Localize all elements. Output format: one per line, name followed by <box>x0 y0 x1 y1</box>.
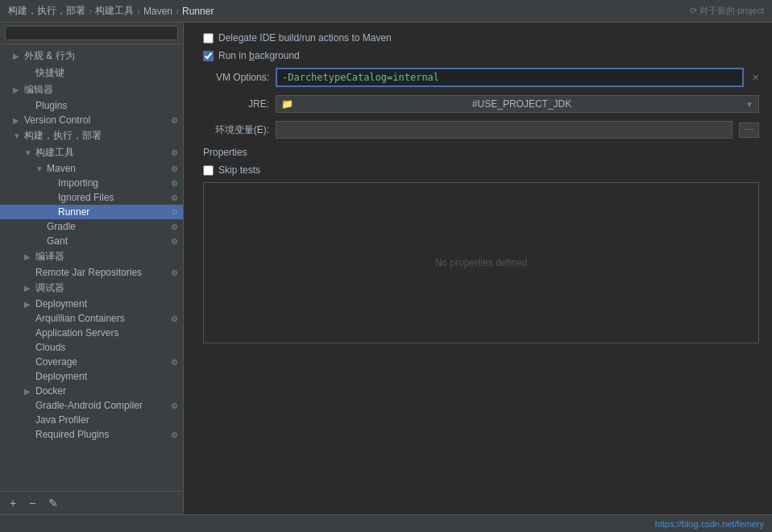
sidebar-item-label: Docker <box>35 385 178 397</box>
sidebar-item-docker[interactable]: ▶ Docker <box>0 384 183 398</box>
settings-icon: ⚙ <box>171 208 178 217</box>
delegate-label: Delegate IDE build/run actions to Maven <box>218 32 392 44</box>
sidebar-item-label: 构建，执行，部署 <box>24 129 178 143</box>
breadcrumb-item-3: Maven <box>143 6 172 17</box>
sidebar-item-plugins[interactable]: Plugins <box>0 98 183 113</box>
jre-label: JRE: <box>197 98 269 110</box>
search-box[interactable] <box>0 23 183 44</box>
sidebar-item-label: Remote Jar Repositories <box>35 267 168 278</box>
breadcrumb-item-4: Runner <box>182 6 214 17</box>
arrow-icon: ▼ <box>13 131 24 140</box>
sidebar-item-label: Required Plugins <box>35 429 168 440</box>
search-input[interactable] <box>5 26 178 40</box>
arrow-icon: ▶ <box>24 387 35 396</box>
arrow-icon: ▶ <box>13 52 24 60</box>
run-bg-checkbox-row: Run in background <box>197 50 759 61</box>
arrow-icon: ▶ <box>13 116 24 125</box>
sidebar-item-label: Ignored Files <box>58 192 168 203</box>
settings-icon: ⚙ <box>171 314 178 323</box>
breadcrumb-item-2: 构建工具 <box>95 4 134 18</box>
vm-options-input[interactable] <box>276 68 744 87</box>
sidebar-item-label: Coverage <box>35 356 168 368</box>
sidebar-item-label: Java Profiler <box>35 414 178 426</box>
arrow-icon: ▶ <box>24 300 35 309</box>
skip-tests-label: Skip tests <box>218 164 260 176</box>
env-row: 环境变量(E): ⋯ <box>197 121 759 139</box>
settings-icon: ⚙ <box>171 148 178 157</box>
sidebar-item-maven[interactable]: ▼ Maven ⚙ <box>0 161 183 176</box>
sidebar-item-deployment2[interactable]: Deployment <box>0 369 183 384</box>
sidebar-item-coverage[interactable]: Coverage ⚙ <box>0 355 183 369</box>
add-button[interactable]: + <box>6 495 19 511</box>
sidebar-item-app-servers[interactable]: Application Servers <box>0 326 183 340</box>
sidebar-item-compiler[interactable]: ▶ 编译器 <box>0 248 183 265</box>
sidebar-item-label: Deployment <box>35 371 178 382</box>
jre-select[interactable]: 📁 #USE_PROJECT_JDK ▼ <box>276 95 759 113</box>
sidebar-item-runner[interactable]: Runner ⚙ <box>0 205 183 219</box>
dropdown-arrow-icon: ▼ <box>745 100 753 109</box>
website-url[interactable]: https://blog.csdn.net/femery <box>655 519 764 529</box>
sidebar-item-label: Runner <box>58 206 168 218</box>
settings-icon: ⚙ <box>171 430 178 439</box>
settings-icon: ⚙ <box>171 401 178 410</box>
new-project-label[interactable]: ⟳ 对于新的 project <box>690 5 764 17</box>
arrow-icon: ▼ <box>35 164 47 173</box>
top-bar: 构建，执行，部署 › 构建工具 › Maven › Runner ⟳ 对于新的 … <box>0 0 772 23</box>
sidebar-item-arquillian[interactable]: Arquillian Containers ⚙ <box>0 311 183 326</box>
sidebar-item-ignored-files[interactable]: Ignored Files ⚙ <box>0 190 183 205</box>
delegate-checkbox-row: Delegate IDE build/run actions to Maven <box>197 32 759 44</box>
settings-icon: ⚙ <box>171 358 178 367</box>
sidebar-item-label: 调试器 <box>35 281 178 295</box>
sidebar-item-gradle-android[interactable]: Gradle-Android Compiler ⚙ <box>0 398 183 413</box>
sidebar-item-shortcuts[interactable]: 快捷键 <box>0 64 183 81</box>
sidebar-item-label: 快捷键 <box>35 66 178 80</box>
breadcrumb-item-1: 构建，执行，部署 <box>8 4 85 18</box>
env-button[interactable]: ⋯ <box>739 123 759 138</box>
sidebar: ▶ 外观 & 行为 快捷键 ▶ 编辑器 Plugins ▶ Version Co… <box>0 23 184 514</box>
skip-tests-checkbox-row: Skip tests <box>197 164 759 176</box>
sidebar-item-version-control[interactable]: ▶ Version Control ⚙ <box>0 113 183 127</box>
sidebar-item-gradle[interactable]: Gradle ⚙ <box>0 219 183 234</box>
arrow-icon: ▶ <box>13 85 24 94</box>
settings-icon: ⚙ <box>171 116 178 125</box>
vm-options-clear-icon[interactable]: ✕ <box>752 73 759 83</box>
sidebar-item-label: Application Servers <box>35 327 178 339</box>
skip-tests-checkbox[interactable] <box>203 165 214 176</box>
properties-header: Properties <box>197 147 759 158</box>
sidebar-item-build-exec[interactable]: ▼ 构建，执行，部署 <box>0 127 183 144</box>
sidebar-item-deployment[interactable]: ▶ Deployment <box>0 297 183 311</box>
settings-icon: ⚙ <box>171 268 178 277</box>
sidebar-item-label: Arquillian Containers <box>35 313 168 324</box>
sidebar-item-required-plugins[interactable]: Required Plugins ⚙ <box>0 427 183 442</box>
sidebar-item-label: Importing <box>58 177 168 189</box>
sidebar-item-clouds[interactable]: Clouds <box>0 340 183 355</box>
env-label: 环境变量(E): <box>197 123 269 137</box>
content-area: Delegate IDE build/run actions to Maven … <box>184 23 772 514</box>
sidebar-item-gant[interactable]: Gant ⚙ <box>0 234 183 248</box>
sidebar-bottom-toolbar: + − ✎ <box>0 491 183 514</box>
sidebar-item-label: Maven <box>47 163 168 174</box>
settings-icon: ⚙ <box>171 237 178 246</box>
vm-options-row: VM Options: ✕ <box>197 68 759 87</box>
sidebar-item-importing[interactable]: Importing ⚙ <box>0 176 183 190</box>
run-bg-label: Run in background <box>218 50 300 61</box>
arrow-icon: ▼ <box>24 148 35 157</box>
folder-icon: 📁 <box>281 98 293 110</box>
remove-button[interactable]: − <box>26 495 39 511</box>
sidebar-item-build-tools[interactable]: ▼ 构建工具 ⚙ <box>0 144 183 161</box>
sidebar-item-label: Deployment <box>35 298 178 310</box>
delegate-checkbox[interactable] <box>203 33 214 44</box>
sidebar-item-java-profiler[interactable]: Java Profiler <box>0 413 183 427</box>
edit-button[interactable]: ✎ <box>45 495 61 511</box>
vm-options-label: VM Options: <box>197 72 269 83</box>
arrow-icon: ▶ <box>24 284 35 293</box>
sidebar-item-appearance[interactable]: ▶ 外观 & 行为 <box>0 48 183 64</box>
sidebar-item-debugger[interactable]: ▶ 调试器 <box>0 280 183 297</box>
run-bg-checkbox[interactable] <box>203 51 214 61</box>
env-input[interactable] <box>276 121 733 139</box>
sidebar-tree: ▶ 外观 & 行为 快捷键 ▶ 编辑器 Plugins ▶ Version Co… <box>0 44 183 491</box>
sidebar-item-remote-jar[interactable]: Remote Jar Repositories ⚙ <box>0 265 183 280</box>
settings-icon: ⚙ <box>171 164 178 173</box>
settings-icon: ⚙ <box>171 179 178 188</box>
sidebar-item-editor[interactable]: ▶ 编辑器 <box>0 81 183 98</box>
